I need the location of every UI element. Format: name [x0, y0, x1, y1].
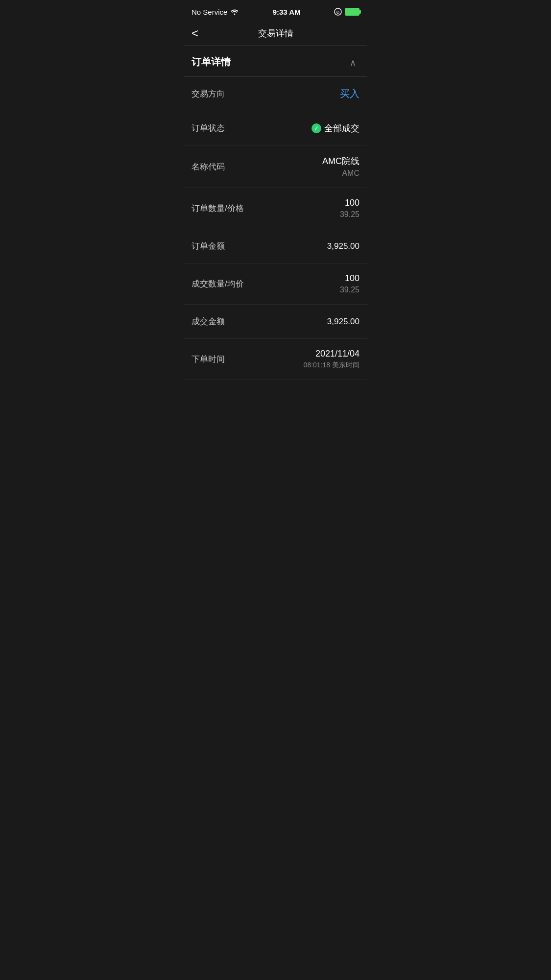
label-order-time: 下单时间 [192, 354, 225, 365]
label-qty-price: 订单数量/价格 [192, 203, 244, 214]
status-bar: No Service 9:33 AM ⊙ [184, 0, 367, 22]
wifi-icon [230, 8, 239, 15]
status-left: No Service [192, 8, 239, 16]
back-button[interactable]: < [192, 26, 198, 40]
no-service-label: No Service [192, 8, 227, 16]
nav-bar: < 交易详情 [184, 22, 367, 46]
label-filled-amount: 成交金额 [192, 316, 225, 327]
date-primary: 2021/11/04 [304, 349, 359, 359]
collapse-icon[interactable]: ∧ [350, 57, 359, 67]
name-secondary: AMC [322, 169, 359, 178]
nav-title: 交易详情 [258, 27, 293, 39]
row-filled-qty-price: 成交数量/均价 100 39.25 [184, 263, 367, 305]
label-order-amount: 订单金额 [192, 240, 225, 252]
status-text: 全部成交 [324, 122, 359, 134]
row-name-code: 名称代码 AMC院线 AMC [184, 145, 367, 188]
name-primary: AMC院线 [322, 155, 359, 167]
lock-icon: ⊙ [334, 8, 342, 16]
row-direction: 交易方向 买入 [184, 77, 367, 111]
row-filled-amount: 成交金额 3,925.00 [184, 305, 367, 339]
battery-icon [345, 8, 359, 16]
avg-price-secondary: 39.25 [340, 286, 359, 294]
row-order-amount: 订单金额 3,925.00 [184, 229, 367, 263]
svg-text:⊙: ⊙ [336, 10, 340, 15]
value-status: ✓ 全部成交 [311, 122, 359, 134]
value-order-amount: 3,925.00 [327, 241, 359, 251]
detail-rows: 交易方向 买入 订单状态 ✓ 全部成交 名称代码 AMC院线 AMC 订单数量/… [184, 77, 367, 380]
filled-qty-primary: 100 [340, 273, 359, 284]
label-status: 订单状态 [192, 122, 225, 134]
label-name-code: 名称代码 [192, 161, 225, 172]
value-qty-price: 100 39.25 [340, 198, 359, 219]
section-title: 订单详情 [192, 55, 231, 69]
label-filled-qty-price: 成交数量/均价 [192, 278, 244, 289]
value-name-code: AMC院线 AMC [322, 155, 359, 178]
row-order-time: 下单时间 2021/11/04 08:01:18 美东时间 [184, 339, 367, 380]
status-right: ⊙ [334, 8, 359, 16]
status-dot: ✓ [311, 123, 321, 133]
date-secondary: 08:01:18 美东时间 [304, 361, 359, 370]
label-direction: 交易方向 [192, 88, 225, 99]
row-status: 订单状态 ✓ 全部成交 [184, 111, 367, 145]
value-direction: 买入 [340, 87, 359, 100]
row-qty-price: 订单数量/价格 100 39.25 [184, 188, 367, 229]
time-label: 9:33 AM [273, 8, 301, 16]
qty-primary: 100 [340, 198, 359, 208]
value-filled-qty-price: 100 39.25 [340, 273, 359, 294]
section-header: 订单详情 ∧ [184, 46, 367, 77]
value-order-time: 2021/11/04 08:01:18 美东时间 [304, 349, 359, 370]
price-secondary: 39.25 [340, 210, 359, 219]
value-filled-amount: 3,925.00 [327, 317, 359, 327]
